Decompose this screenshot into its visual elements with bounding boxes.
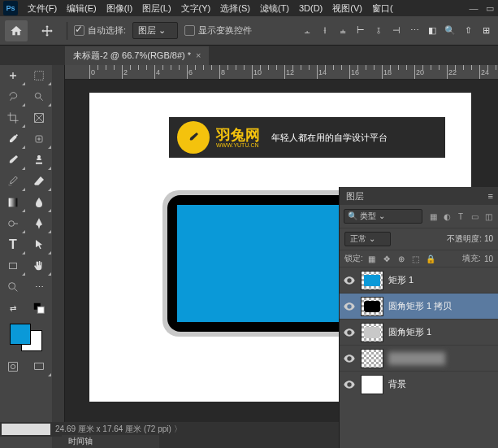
zoom-tool[interactable] xyxy=(0,276,26,298)
minimize-button[interactable]: — xyxy=(466,1,482,15)
menu-file[interactable]: 文件(F) xyxy=(23,2,62,15)
pen-tool[interactable] xyxy=(26,213,52,234)
visibility-eye-icon[interactable] xyxy=(343,326,356,339)
path-select-tool[interactable] xyxy=(26,234,52,255)
layer-name[interactable]: 圆角矩形 1 拷贝 xyxy=(388,300,452,312)
fill-label: 填充: xyxy=(462,253,481,264)
filter-shape-icon[interactable]: ▭ xyxy=(469,211,480,222)
edit-toolbar[interactable]: ⋯ xyxy=(26,276,52,298)
align-vcenter-icon[interactable]: ⫲ xyxy=(318,24,332,38)
maximize-button[interactable]: ▭ xyxy=(482,1,498,15)
swap-colors-icon[interactable]: ⇄ xyxy=(0,298,26,319)
blend-mode-dropdown[interactable]: 正常 ⌄ xyxy=(344,232,391,246)
eraser-tool[interactable] xyxy=(26,171,52,192)
layer-row[interactable]: 圆角矩形 1 xyxy=(340,319,498,345)
type-tool[interactable]: T xyxy=(0,234,26,255)
menu-type[interactable]: 文字(Y) xyxy=(176,2,216,15)
menu-image[interactable]: 图像(I) xyxy=(102,2,137,15)
filter-smart-icon[interactable]: ◫ xyxy=(483,211,494,222)
home-button[interactable] xyxy=(5,20,28,41)
document-dims[interactable]: 24.69 厘米 x 17.64 厘米 (72 ppi) 〉 xyxy=(55,424,182,435)
layer-row[interactable]: 矩形 1 xyxy=(340,267,498,293)
layer-thumbnail[interactable] xyxy=(361,349,383,368)
share-icon[interactable]: ⇧ xyxy=(461,24,475,38)
collapsed-dock[interactable] xyxy=(52,65,65,448)
menu-view[interactable]: 视图(V) xyxy=(327,2,367,15)
menu-window[interactable]: 窗口( xyxy=(367,2,398,15)
lock-position-icon[interactable]: ✥ xyxy=(381,253,392,264)
color-swatches[interactable] xyxy=(10,324,42,351)
visibility-eye-icon[interactable] xyxy=(343,352,356,365)
menu-select[interactable]: 选择(S) xyxy=(215,2,255,15)
move-icon xyxy=(41,24,54,37)
quick-select-tool[interactable] xyxy=(26,86,52,107)
show-transform-checkbox[interactable]: 显示变换控件 xyxy=(184,24,252,37)
search-icon[interactable]: 🔍 xyxy=(443,24,457,38)
gradient-tool[interactable] xyxy=(0,192,26,213)
screen-mode-tool[interactable] xyxy=(26,356,52,377)
brush-tool[interactable] xyxy=(0,150,26,171)
layer-thumbnail[interactable] xyxy=(361,323,383,342)
heal-tool[interactable] xyxy=(26,128,52,150)
menu-layer[interactable]: 图层(L) xyxy=(137,2,175,15)
layers-tab[interactable]: 图层 xyxy=(346,190,364,202)
filter-pixel-icon[interactable]: ▦ xyxy=(427,211,439,222)
rectangle-tool[interactable] xyxy=(0,255,26,276)
opacity-value[interactable]: 10 xyxy=(484,234,493,243)
lock-all-icon[interactable]: 🔒 xyxy=(425,253,436,264)
lock-label: 锁定: xyxy=(344,253,363,264)
3d-mode-icon[interactable]: ◧ xyxy=(425,24,440,38)
align-top-icon[interactable]: ⫠ xyxy=(300,24,314,38)
foreground-color[interactable] xyxy=(10,324,31,345)
visibility-eye-icon[interactable] xyxy=(343,378,356,391)
stamp-tool[interactable] xyxy=(26,150,52,171)
document-tab[interactable]: 未标题-2 @ 66.7%(RGB/8#) * × xyxy=(65,46,209,65)
eyedropper-tool[interactable] xyxy=(0,128,26,150)
horizontal-ruler[interactable]: 024681012141618202224 xyxy=(65,65,498,80)
menu-3d[interactable]: 3D(D) xyxy=(294,3,327,13)
layer-filter-dropdown[interactable]: 🔍 类型 ⌄ xyxy=(344,209,422,224)
layer-thumbnail[interactable] xyxy=(361,271,383,290)
align-hcenter-icon[interactable]: ⫱ xyxy=(371,24,386,38)
menu-filter[interactable]: 滤镜(T) xyxy=(255,2,294,15)
more-options-icon[interactable]: ⋯ xyxy=(407,24,422,38)
layer-name[interactable]: 矩形 1 xyxy=(388,274,414,286)
crop-tool[interactable] xyxy=(0,107,26,128)
fill-value[interactable]: 10 xyxy=(484,254,493,263)
layer-row[interactable]: 圆角矩形 1 拷贝 xyxy=(340,293,498,319)
history-brush-tool[interactable] xyxy=(0,171,26,192)
timeline-panel-tab[interactable]: 时间轴 xyxy=(62,435,159,448)
hand-tool[interactable] xyxy=(26,255,52,276)
blur-tool[interactable] xyxy=(26,192,52,213)
quick-mask-tool[interactable] xyxy=(0,356,26,377)
layer-name[interactable]: 背景 xyxy=(388,378,406,390)
filter-type-icon[interactable]: T xyxy=(455,211,466,222)
panel-menu-icon[interactable]: ≡ xyxy=(488,191,493,201)
layer-thumbnail[interactable] xyxy=(361,297,383,316)
dodge-tool[interactable] xyxy=(0,213,26,234)
auto-select-checkbox[interactable]: 自动选择: xyxy=(74,24,126,37)
layer-thumbnail[interactable] xyxy=(361,375,383,394)
lock-nest-icon[interactable]: ⬚ xyxy=(410,253,422,264)
layer-name[interactable]: 圆角矩形 1 xyxy=(388,326,431,338)
lock-pixels-icon[interactable]: ▦ xyxy=(366,253,378,264)
close-tab-icon[interactable]: × xyxy=(196,50,201,60)
menu-edit[interactable]: 编辑(E) xyxy=(62,2,102,15)
zoom-value-field[interactable] xyxy=(2,424,50,435)
filter-adjust-icon[interactable]: ◐ xyxy=(441,211,453,222)
workspace-icon[interactable]: ⊞ xyxy=(479,24,493,38)
visibility-eye-icon[interactable] xyxy=(343,274,356,287)
marquee-tool[interactable] xyxy=(26,65,52,86)
visibility-eye-icon[interactable] xyxy=(343,300,356,313)
move-tool[interactable] xyxy=(0,65,26,86)
lasso-tool[interactable] xyxy=(0,86,26,107)
auto-select-target[interactable]: 图层 ⌄ xyxy=(132,22,178,39)
layer-row[interactable] xyxy=(340,345,498,371)
default-colors-icon[interactable] xyxy=(26,298,52,319)
layer-row[interactable]: 背景 xyxy=(340,371,498,397)
frame-tool[interactable] xyxy=(26,107,52,128)
align-bottom-icon[interactable]: ⫨ xyxy=(336,24,350,38)
lock-artboard-icon[interactable]: ⊕ xyxy=(396,253,407,264)
align-left-icon[interactable]: ⊢ xyxy=(353,24,368,38)
align-right-icon[interactable]: ⊣ xyxy=(389,24,404,38)
